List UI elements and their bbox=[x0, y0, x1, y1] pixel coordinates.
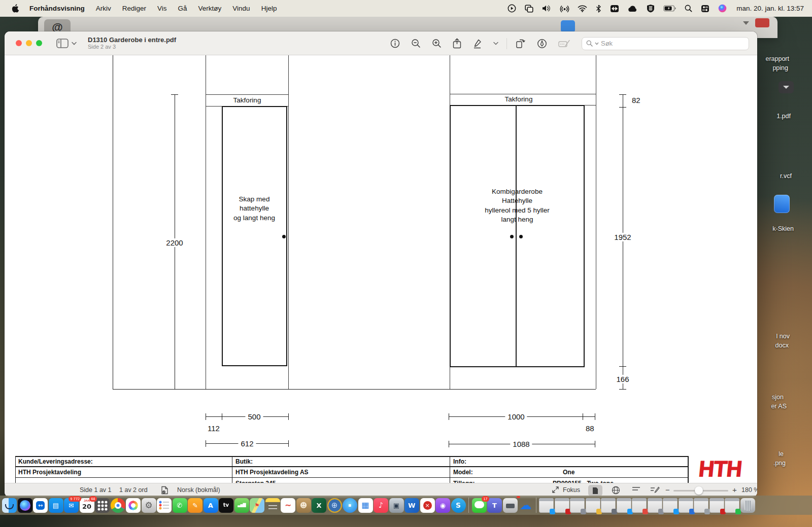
highlight-chevron-icon[interactable] bbox=[493, 42, 498, 45]
desktop-file-icon[interactable] bbox=[774, 195, 790, 213]
dock-authenticator[interactable]: ▦ bbox=[358, 498, 373, 513]
menu-vindu[interactable]: Vindu bbox=[227, 5, 255, 12]
dock-health-wave[interactable]: ∼ bbox=[281, 498, 295, 513]
markup-icon[interactable] bbox=[537, 39, 547, 49]
menu-verktoy[interactable]: Verktøy bbox=[193, 5, 227, 12]
pdf-page[interactable]: Takforing Skap med hattehylle og langt h… bbox=[5, 55, 757, 483]
dock-app-store[interactable]: A bbox=[204, 498, 218, 513]
menu-ga[interactable]: Gå bbox=[173, 5, 193, 12]
status-language[interactable]: Norsk (bokmål) bbox=[177, 486, 220, 494]
dock-separator[interactable] bbox=[468, 498, 469, 513]
dock-word[interactable]: W bbox=[404, 498, 419, 513]
close-button[interactable] bbox=[16, 40, 22, 46]
wifi-icon[interactable] bbox=[578, 5, 587, 12]
dock-podcasts[interactable]: ◉ bbox=[435, 498, 450, 513]
control-center-icon[interactable] bbox=[701, 5, 709, 13]
dock-citrix[interactable]: × bbox=[420, 498, 435, 513]
dock-skype[interactable]: S bbox=[451, 498, 466, 513]
zoom-slider-knob[interactable] bbox=[695, 486, 703, 495]
spotlight-search-icon[interactable] bbox=[685, 5, 692, 12]
minimized-window-thumbnail[interactable] bbox=[555, 498, 569, 513]
dock-safari[interactable]: ◆ bbox=[343, 498, 357, 513]
dock-media-app[interactable]: ▣ bbox=[389, 498, 404, 513]
text-lines-icon[interactable] bbox=[632, 486, 640, 495]
teamviewer-icon[interactable] bbox=[610, 5, 619, 13]
dock-launchpad[interactable] bbox=[95, 498, 110, 513]
bluetooth-icon[interactable] bbox=[596, 5, 601, 13]
dock-apple-tv[interactable]: tv bbox=[219, 498, 233, 513]
search-input[interactable]: Søk bbox=[582, 37, 749, 50]
minimized-window-thumbnail[interactable] bbox=[586, 498, 600, 513]
dock-onedrive[interactable]: ☁ bbox=[518, 498, 533, 513]
minimized-window-thumbnail[interactable] bbox=[694, 498, 708, 513]
dock-reminders[interactable] bbox=[157, 498, 172, 513]
menu-bar-clock[interactable]: man. 20. jan. kl. 13:57 bbox=[736, 5, 804, 12]
dock-keynote[interactable]: ▤ bbox=[49, 498, 63, 513]
zoom-plus-button[interactable]: + bbox=[732, 485, 737, 494]
menu-forhandsvisning[interactable]: Forhåndsvisning bbox=[24, 5, 90, 12]
dock-teamviewer[interactable]: ↔ bbox=[33, 498, 48, 513]
info-icon[interactable] bbox=[390, 39, 400, 48]
dock-printer[interactable] bbox=[503, 498, 518, 513]
play-circle-icon[interactable] bbox=[507, 4, 516, 13]
menu-vis[interactable]: Vis bbox=[152, 5, 173, 12]
zoom-minus-button[interactable]: − bbox=[665, 485, 670, 494]
share-icon[interactable] bbox=[453, 38, 461, 49]
dock-messages[interactable]: 17 bbox=[472, 498, 487, 513]
menu-hjelp[interactable]: Hjelp bbox=[256, 5, 283, 12]
single-page-view-button[interactable] bbox=[588, 485, 602, 496]
dock-pages[interactable]: ✎ bbox=[188, 498, 202, 513]
cloud-icon[interactable] bbox=[628, 5, 638, 12]
minimized-window-thumbnail[interactable] bbox=[663, 498, 678, 513]
dock-teams[interactable]: T bbox=[487, 498, 502, 513]
volume-icon[interactable] bbox=[542, 5, 552, 12]
zoom-out-icon[interactable] bbox=[411, 39, 421, 48]
dock-numbers[interactable]: ▃▅▇ bbox=[234, 498, 249, 513]
dock-music[interactable]: ♪ bbox=[374, 498, 388, 513]
rotate-icon[interactable] bbox=[515, 38, 526, 49]
minimized-window-thumbnail[interactable] bbox=[539, 498, 554, 513]
minimized-window-thumbnail[interactable] bbox=[709, 498, 724, 513]
defender-grid-icon[interactable] bbox=[647, 4, 655, 13]
minimized-window-thumbnail[interactable] bbox=[601, 498, 616, 513]
dock-contacts[interactable]: ☻ bbox=[296, 498, 311, 513]
dock-maps[interactable]: ⚑ bbox=[250, 498, 264, 513]
dock-finder[interactable] bbox=[2, 498, 17, 513]
zoom-in-icon[interactable] bbox=[432, 39, 442, 48]
annotate-pen-icon[interactable] bbox=[650, 486, 660, 496]
battery-icon[interactable] bbox=[663, 5, 676, 12]
siri-icon[interactable] bbox=[718, 4, 727, 13]
hotspot-icon[interactable] bbox=[560, 5, 569, 13]
menu-arkiv[interactable]: Arkiv bbox=[90, 5, 117, 12]
minimize-button[interactable] bbox=[26, 40, 32, 46]
dock-trash[interactable] bbox=[740, 498, 755, 513]
screen-copy-icon[interactable] bbox=[525, 5, 533, 13]
minimized-window-thumbnail[interactable] bbox=[632, 498, 647, 513]
dock-separator[interactable] bbox=[536, 498, 536, 513]
dock-system-settings[interactable]: ⚙ bbox=[142, 498, 156, 513]
minimized-window-thumbnail[interactable] bbox=[648, 498, 662, 513]
dock-excel[interactable]: X bbox=[312, 498, 326, 513]
document-check-icon[interactable] bbox=[161, 486, 168, 496]
desktop-chevron-button[interactable] bbox=[779, 81, 794, 93]
dock-globe-app[interactable]: ⊕ bbox=[327, 498, 342, 513]
apple-menu-icon[interactable] bbox=[11, 4, 19, 13]
dock-facetime[interactable]: ✆ bbox=[173, 498, 187, 513]
dock-photos[interactable] bbox=[126, 498, 141, 513]
focus-label[interactable]: Fokus bbox=[563, 486, 580, 494]
form-fill-icon[interactable] bbox=[558, 39, 570, 48]
minimized-window-thumbnail[interactable] bbox=[570, 498, 585, 513]
dock-mail[interactable]: ✉ 9 772 bbox=[64, 498, 79, 513]
dock-chrome[interactable] bbox=[111, 498, 125, 513]
sidebar-toggle-button[interactable] bbox=[56, 39, 77, 48]
focus-expand-icon[interactable] bbox=[552, 486, 559, 495]
globe-icon[interactable] bbox=[612, 486, 620, 496]
highlight-icon[interactable] bbox=[472, 39, 482, 49]
minimized-window-thumbnail[interactable] bbox=[725, 498, 739, 513]
menu-rediger[interactable]: Rediger bbox=[117, 5, 152, 12]
dock-siri[interactable] bbox=[18, 498, 32, 513]
minimized-window-thumbnail[interactable] bbox=[679, 498, 693, 513]
dock-calendar[interactable]: JAN 20 68 bbox=[80, 498, 94, 513]
zoom-button[interactable] bbox=[36, 40, 42, 46]
dock-notes[interactable] bbox=[265, 498, 280, 513]
